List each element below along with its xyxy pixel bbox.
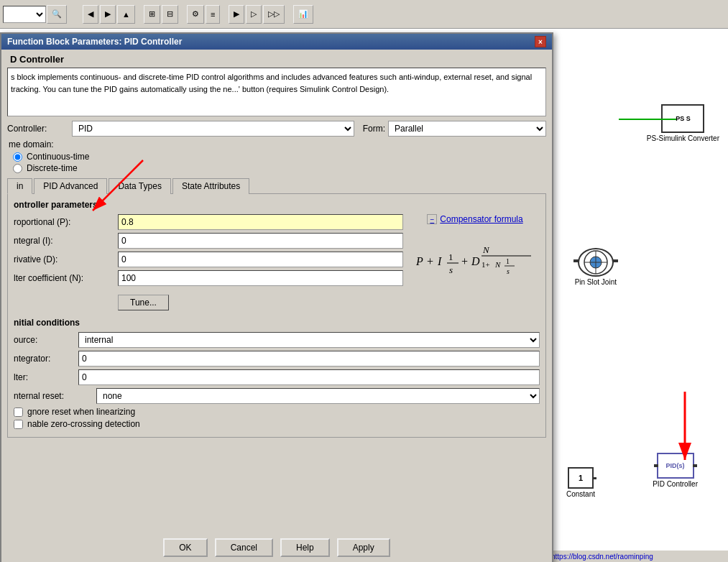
params-right: − Compensator formula P + I 1 s (410, 214, 540, 310)
toolbar-dropdown[interactable] (3, 6, 46, 23)
toolbar-step[interactable]: ▷ (246, 5, 262, 24)
params-left: roportional (P): ntegral (I): rivative (… (14, 214, 403, 310)
proportional-input[interactable] (118, 214, 403, 230)
function-block-dialog[interactable]: Function Block Parameters: PID Controlle… (0, 32, 553, 562)
toolbar-ff[interactable]: ▷▷ (263, 5, 285, 24)
tab-data-types[interactable]: Data Types (109, 178, 170, 194)
ignore-reset-checkbox-row[interactable]: gnore reset when linearizing (14, 407, 540, 417)
block-name-header: D Controller (10, 54, 546, 65)
dialog-close-button[interactable]: × (535, 36, 546, 47)
tab-content-main: ontroller parameters (7, 194, 546, 438)
ps-simulink-block[interactable]: PS S PS-Simulink Converter (647, 104, 719, 142)
derivative-row: rivative (D): (14, 252, 403, 267)
source-row: ource: internal external (14, 332, 540, 348)
integrator-input[interactable] (78, 351, 540, 367)
svg-text:s: s (507, 267, 510, 275)
ignore-reset-checkbox[interactable] (14, 407, 23, 417)
integral-label: ntegral (I): (14, 236, 118, 246)
ctrl-params-title: ontroller parameters (14, 200, 540, 210)
pin-slot-label: Pin Slot Joint (575, 278, 617, 286)
filter-coeff-input[interactable] (118, 270, 403, 286)
constant-port (592, 477, 596, 479)
filter-coeff-row: lter coefficient (N): (14, 270, 403, 286)
compensator-link[interactable]: − Compensator formula (427, 214, 522, 224)
zero-crossing-label: nable zero-crossing detection (27, 419, 140, 429)
toolbar-nav-up[interactable]: ▲ (117, 5, 135, 24)
discrete-time-label: Discrete-time (27, 163, 78, 173)
dialog-buttons: OK Cancel Help Apply (1, 538, 552, 557)
controller-select[interactable]: PID PI PD P I (72, 121, 354, 137)
dialog-title: Function Block Parameters: PID Controlle… (7, 37, 182, 47)
constant-value: 1 (579, 474, 583, 482)
external-reset-row: nternal reset: none rising falling eithe… (14, 388, 540, 404)
continuous-time-radio[interactable] (13, 152, 22, 162)
derivative-label: rivative (D): (14, 254, 118, 264)
description-text: s block implements continuous- and discr… (11, 73, 532, 93)
toolbar-run[interactable]: ▶ (229, 5, 244, 24)
source-label: ource: (14, 335, 78, 345)
tab-pid-advanced[interactable]: PID Advanced (34, 178, 107, 194)
description-area: s block implements continuous- and discr… (7, 68, 546, 116)
continuous-time-option[interactable]: Continuous-time (13, 152, 546, 162)
filter-coeff-label: lter coefficient (N): (14, 273, 118, 283)
tabs-row: in PID Advanced Data Types State Attribu… (7, 178, 546, 194)
external-reset-select[interactable]: none rising falling either level (96, 388, 540, 404)
ignore-reset-label: gnore reset when linearizing (27, 407, 135, 417)
toolbar-search-btn[interactable]: 🔍 (47, 5, 67, 24)
discrete-time-option[interactable]: Discrete-time (13, 163, 546, 173)
help-button[interactable]: Help (280, 538, 330, 557)
tab-state-attributes[interactable]: State Attributes (172, 178, 249, 194)
form-select[interactable]: Parallel Ideal (388, 121, 546, 137)
svg-text:I: I (437, 255, 442, 267)
svg-text:N: N (482, 244, 490, 255)
svg-text:1: 1 (506, 257, 510, 265)
pin-slot-box[interactable] (578, 248, 614, 277)
constant-block[interactable]: 1 Constant (566, 467, 595, 498)
time-domain-label: me domain: (9, 139, 546, 149)
dialog-body: D Controller s block implements continuo… (1, 50, 552, 442)
toolbar-scope[interactable]: 📊 (293, 5, 313, 24)
tune-button[interactable]: Tune... (118, 295, 169, 310)
svg-text:D: D (471, 255, 480, 267)
proportional-row: roportional (P): (14, 214, 403, 230)
cancel-button[interactable]: Cancel (215, 538, 273, 557)
continuous-time-label: Continuous-time (27, 152, 89, 162)
tab-main[interactable]: in (7, 178, 32, 194)
canvas-red-arrow-1 (642, 388, 699, 474)
toolbar-btn-1[interactable]: ⊞ (144, 5, 160, 24)
toolbar-nav-back[interactable]: ◀ (83, 5, 98, 24)
toolbar-btn-zoom[interactable]: ⚙ (187, 5, 204, 24)
integral-input[interactable] (118, 233, 403, 249)
toolbar-btn-3[interactable]: ≡ (206, 5, 220, 24)
pin-slot-block[interactable]: Pin Slot Joint (575, 248, 617, 286)
ic-title: nitial conditions (14, 318, 540, 328)
toolbar-nav-forward[interactable]: ▶ (100, 5, 116, 24)
integral-row: ntegral (I): (14, 233, 403, 249)
controller-row: Controller: PID PI PD P I Form: Parallel… (7, 121, 546, 137)
formula-svg: P + I 1 s + D N (413, 233, 538, 287)
ok-button[interactable]: OK (163, 538, 207, 557)
filter-input[interactable] (78, 369, 540, 385)
main-toolbar: 🔍 ◀ ▶ ▲ ⊞ ⊟ ⚙ ≡ ▶ ▷ ▷▷ 📊 (0, 0, 728, 29)
toolbar-btn-2[interactable]: ⊟ (162, 5, 178, 24)
filter-row: lter: (14, 369, 540, 385)
params-with-arrow: roportional (P): ntegral (I): rivative (… (14, 214, 403, 286)
params-layout: roportional (P): ntegral (I): rivative (… (14, 214, 540, 310)
svg-text:N: N (494, 260, 501, 269)
zero-crossing-checkbox-row[interactable]: nable zero-crossing detection (14, 419, 540, 429)
constant-label: Constant (566, 490, 595, 498)
zero-crossing-checkbox[interactable] (14, 420, 23, 429)
derivative-input[interactable] (118, 252, 403, 267)
minus-icon: − (427, 214, 437, 224)
port-left (573, 259, 579, 262)
discrete-time-radio[interactable] (13, 164, 22, 173)
apply-button[interactable]: Apply (337, 538, 390, 557)
svg-text:1+: 1+ (482, 260, 490, 269)
svg-text:1: 1 (448, 252, 453, 262)
svg-text:+: + (427, 255, 433, 267)
compensator-label: Compensator formula (440, 214, 522, 224)
url-text: https://blog.csdn.net/raominping (551, 553, 653, 561)
ps-simulink-label: PS-Simulink Converter (647, 134, 719, 142)
source-select[interactable]: internal external (78, 332, 540, 348)
time-domain-group: Continuous-time Discrete-time (13, 152, 546, 173)
